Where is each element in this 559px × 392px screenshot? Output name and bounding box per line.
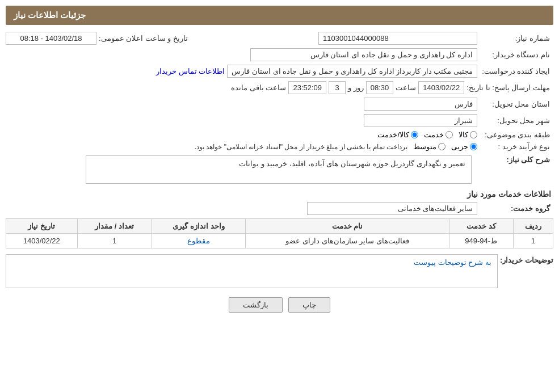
col-unit: واحد اندازه گیری <box>152 219 245 234</box>
category-option-kala: کالا <box>459 130 477 139</box>
buyer-notes-value: به شرح توضیحات پیوست <box>414 258 491 267</box>
response-days: 3 <box>329 81 346 94</box>
purchase-jozii-label: جزیی <box>451 142 468 151</box>
response-date: 1403/02/22 <box>418 81 464 94</box>
need-number-value: 1103001044000088 <box>318 32 477 45</box>
purchase-type-note: برداخت تمام یا بخشی از مبلغ خریدار از مح… <box>195 143 407 151</box>
category-option-khedmat: خدمت <box>424 130 453 139</box>
need-description-label: شرح کلی نیاز: <box>480 155 553 164</box>
services-table: ردیف کد خدمت نام خدمت واحد اندازه گیری ت… <box>6 218 553 248</box>
service-group-label: گروه خدمت: <box>480 204 553 213</box>
buyer-org-label: نام دستگاه خریدار: <box>480 50 553 59</box>
city-value: شیراز <box>364 114 477 127</box>
page-title: جزئیات اطلاعات نیاز <box>14 10 86 20</box>
category-radio-kala-khedmat[interactable] <box>411 131 418 138</box>
table-row: 1 ط-94-949 فعالیت‌های سایر سازمان‌های دا… <box>6 234 553 248</box>
cell-service-name: فعالیت‌های سایر سازمان‌های دارای عضو <box>246 234 449 248</box>
purchase-radio-motevaset[interactable] <box>438 143 445 150</box>
buyer-org-row: نام دستگاه خریدار: اداره کل راهداری و حم… <box>6 48 553 61</box>
announce-date-value: 1403/02/18 - 08:18 <box>6 32 96 45</box>
button-row: چاپ بازگشت <box>6 297 553 313</box>
announce-date-label: تاریخ و ساعت اعلان عمومی: <box>99 34 188 43</box>
need-description-row: شرح کلی نیاز: تعمیر و نگهداری گاردریل حو… <box>6 155 553 184</box>
category-row: طبقه بندی موضوعی: کالا خدمت کالا/خدمت <box>6 130 553 139</box>
col-service-name: نام خدمت <box>246 219 449 234</box>
category-khedmat-label: خدمت <box>424 130 444 139</box>
response-deadline-row: مهلت ارسال پاسخ: تا تاریخ: 1403/02/22 سا… <box>6 81 553 94</box>
response-time: 08:30 <box>366 81 394 94</box>
cell-service-code: ط-94-949 <box>449 234 513 248</box>
buyer-notes-label: توضیحات خریدار: <box>500 254 553 264</box>
city-label: شهر محل تحویل: <box>480 116 553 125</box>
response-time-label: ساعت <box>396 83 416 92</box>
province-row: استان محل تحویل: فارس <box>6 98 553 111</box>
buyer-notes-text: به شرح توضیحات پیوست <box>6 254 498 288</box>
cell-quantity: 1 <box>77 234 152 248</box>
services-section: اطلاعات خدمات مورد نیاز گروه خدمت: سایر … <box>6 189 553 248</box>
back-button[interactable]: بازگشت <box>229 297 283 313</box>
category-label: طبقه بندی موضوعی: <box>480 130 553 139</box>
table-header-row: ردیف کد خدمت نام خدمت واحد اندازه گیری ت… <box>6 219 553 234</box>
buyer-org-value: اداره کل راهداری و حمل و نقل جاده ای است… <box>250 48 477 61</box>
purchase-type-label: نوع فرآیند خرید : <box>480 142 553 151</box>
category-kala-khedmat-label: کالا/خدمت <box>377 130 409 139</box>
creator-row: ایجاد کننده درخواست: مجتبی مکتب دار کارب… <box>6 65 553 78</box>
col-service-code: کد خدمت <box>449 219 513 234</box>
response-remaining-label: ساعت باقی مانده <box>231 83 286 92</box>
need-number-label: شماره نیاز: <box>480 34 553 43</box>
category-kala-label: کالا <box>459 130 468 139</box>
need-number-row: شماره نیاز: 1103001044000088 تاریخ و ساع… <box>6 32 553 45</box>
response-remaining: 23:52:09 <box>288 81 326 94</box>
cell-unit: مقطوع <box>152 234 245 248</box>
cell-date: 1403/02/22 <box>6 234 78 248</box>
print-button[interactable]: چاپ <box>288 297 330 313</box>
city-row: شهر محل تحویل: شیراز <box>6 114 553 127</box>
service-group-value: سایر فعالیت‌های خدماتی <box>307 202 477 215</box>
services-title: اطلاعات خدمات مورد نیاز <box>6 189 553 199</box>
category-option-kala-khedmat: کالا/خدمت <box>377 130 418 139</box>
col-quantity: تعداد / مقدار <box>77 219 152 234</box>
category-radio-group: کالا خدمت کالا/خدمت <box>377 130 477 139</box>
purchase-type-radio-group: جزیی متوسط برداخت تمام یا بخشی از مبلغ خ… <box>195 142 477 151</box>
purchase-motevaset-label: متوسط <box>413 142 436 151</box>
category-radio-kala[interactable] <box>470 131 477 138</box>
col-row-num: ردیف <box>513 219 553 234</box>
response-day-label: روز و <box>348 83 364 92</box>
page-header: جزئیات اطلاعات نیاز <box>6 6 553 25</box>
need-description-value: تعمیر و نگهداری گاردریل حوزه شهرستان های… <box>86 155 472 184</box>
province-label: استان محل تحویل: <box>480 100 553 108</box>
buyer-notes-section: توضیحات خریدار: به شرح توضیحات پیوست <box>6 254 553 288</box>
purchase-radio-jozii[interactable] <box>470 143 477 150</box>
service-group-row: گروه خدمت: سایر فعالیت‌های خدماتی <box>6 202 553 215</box>
purchase-type-jozii: جزیی <box>451 142 477 151</box>
purchase-type-row: نوع فرآیند خرید : جزیی متوسط برداخت تمام… <box>6 142 553 151</box>
purchase-type-motevaset: متوسط <box>413 142 445 151</box>
province-value: فارس <box>364 98 477 111</box>
creator-value: مجتبی مکتب دار کاربرداز اداره کل راهداری… <box>227 65 477 78</box>
cell-row-num: 1 <box>513 234 553 248</box>
contact-link[interactable]: اطلاعات تماس خریدار <box>156 67 225 75</box>
response-deadline-label: مهلت ارسال پاسخ: تا تاریخ: <box>466 83 553 92</box>
col-date: تاریخ نیاز <box>6 219 78 234</box>
creator-label: ایجاد کننده درخواست: <box>480 67 553 75</box>
category-radio-khedmat[interactable] <box>445 131 453 138</box>
